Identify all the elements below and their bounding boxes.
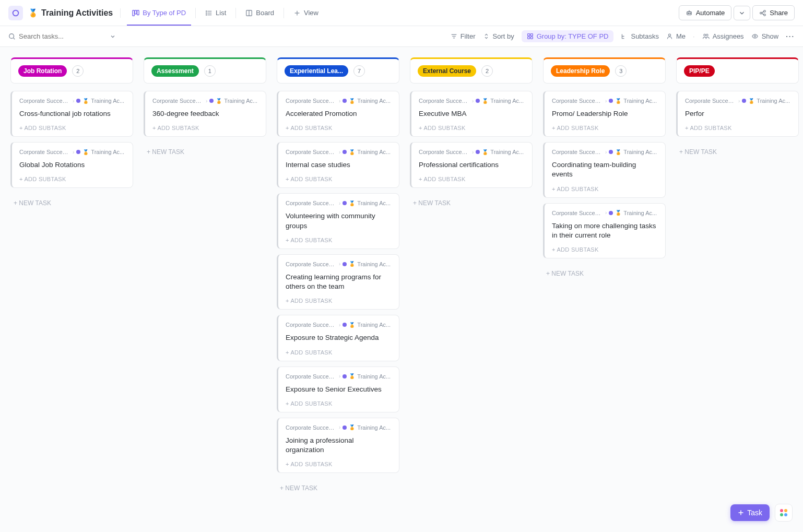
sortby-label: Sort by <box>493 32 514 40</box>
column-header[interactable]: Experiential Lea...7 <box>277 57 399 84</box>
tab-board[interactable]: Board <box>240 6 279 20</box>
list-emoji-icon: 🏅 <box>615 210 621 216</box>
list-color-dot-icon <box>609 150 613 154</box>
board-column-leadership-role: Leadership Role3Corporate Succession ...… <box>543 57 666 279</box>
task-card[interactable]: Corporate Succession ...›🏅Training Ac...… <box>277 315 399 361</box>
search-tasks[interactable] <box>8 32 113 40</box>
column-header[interactable]: Job Rotation2 <box>10 57 133 84</box>
add-subtask-button[interactable]: + ADD SUBTASK <box>419 125 525 131</box>
board-scroll-area[interactable]: Job Rotation2Corporate Succession ...›🏅T… <box>0 47 803 531</box>
page-title: 🏅 Training Activities <box>28 8 121 18</box>
chevron-right-icon: › <box>605 149 607 155</box>
task-card[interactable]: Corporate Succession ...›🏅Training Ac...… <box>543 203 666 258</box>
add-subtask-button[interactable]: + ADD SUBTASK <box>552 125 658 131</box>
svg-line-22 <box>762 13 764 14</box>
column-status-pill: Job Rotation <box>18 65 67 77</box>
column-header[interactable]: Assessment1 <box>144 57 266 84</box>
new-task-button[interactable]: + NEW TASK <box>144 144 266 158</box>
column-header[interactable]: Leadership Role3 <box>543 57 666 84</box>
list-emoji-icon: 🏅 <box>482 149 488 155</box>
list-color-dot-icon <box>742 99 746 103</box>
task-card[interactable]: Corporate Succession ...›🏅Training Ac...… <box>10 142 133 188</box>
subtasks-button[interactable]: Subtasks <box>621 32 658 40</box>
breadcrumb-leaf: Training Ac... <box>757 98 790 104</box>
search-input[interactable] <box>19 32 107 40</box>
task-title: Professional certifications <box>419 160 525 170</box>
chevron-right-icon: › <box>605 210 607 216</box>
groupby-button[interactable]: Group by: TYPE OF PD <box>522 30 614 42</box>
share-button[interactable]: Share <box>752 5 795 20</box>
column-cards: Corporate Succession ...›🏅Training Ac...… <box>277 91 399 473</box>
task-card[interactable]: Corporate Succession ...›🏅Training Ac...… <box>144 91 266 137</box>
add-subtask-button[interactable]: + ADD SUBTASK <box>286 461 392 467</box>
column-header[interactable]: External Course2 <box>410 57 533 84</box>
tab-list[interactable]: List <box>200 6 231 20</box>
task-card[interactable]: Corporate Succession ...›🏅Training Ac...… <box>410 142 533 188</box>
new-task-button[interactable]: + NEW TASK <box>543 266 666 279</box>
add-subtask-button[interactable]: + ADD SUBTASK <box>19 176 125 182</box>
column-cards: Corporate Succession ...›🏅Training Ac...… <box>676 91 799 137</box>
app-logo-icon[interactable] <box>8 6 23 20</box>
task-card[interactable]: Corporate Succession ...›🏅Training Ac...… <box>10 91 133 137</box>
add-subtask-button[interactable]: + ADD SUBTASK <box>286 176 392 182</box>
task-card[interactable]: Corporate Succession ...›🏅Training Ac...… <box>676 91 799 137</box>
task-title: Volunteering with community groups <box>286 211 392 230</box>
task-card[interactable]: Corporate Succession ...›🏅Training Ac...… <box>277 367 399 412</box>
more-options-button[interactable]: ··· <box>786 32 795 40</box>
add-subtask-button[interactable]: + ADD SUBTASK <box>286 125 392 131</box>
chevron-right-icon: › <box>738 98 740 104</box>
tab-separator <box>235 8 236 18</box>
add-subtask-button[interactable]: + ADD SUBTASK <box>286 298 392 304</box>
breadcrumb-leaf: Training Ac... <box>357 261 391 267</box>
breadcrumb: Corporate Succession ...›🏅Training Ac... <box>286 149 392 155</box>
task-card[interactable]: Corporate Succession ...›🏅Training Ac...… <box>277 142 399 188</box>
filter-button[interactable]: Filter <box>451 32 476 40</box>
task-card[interactable]: Corporate Succession ...›🏅Training Ac...… <box>277 91 399 137</box>
new-task-button[interactable]: + NEW TASK <box>277 480 399 494</box>
breadcrumb-root: Corporate Succession ... <box>152 98 204 104</box>
add-subtask-button[interactable]: + ADD SUBTASK <box>552 246 658 253</box>
apps-launcher-button[interactable] <box>775 504 793 522</box>
kanban-board: Job Rotation2Corporate Succession ...›🏅T… <box>10 57 803 494</box>
new-task-button[interactable]: + NEW TASK <box>676 144 799 158</box>
task-card[interactable]: Corporate Succession ...›🏅Training Ac...… <box>277 418 399 473</box>
add-subtask-button[interactable]: + ADD SUBTASK <box>419 176 525 182</box>
task-card[interactable]: Corporate Succession ...›🏅Training Ac...… <box>543 142 666 197</box>
chevron-right-icon: › <box>339 424 340 430</box>
add-subtask-button[interactable]: + ADD SUBTASK <box>19 125 125 131</box>
add-subtask-button[interactable]: + ADD SUBTASK <box>286 237 392 243</box>
column-status-pill: External Course <box>418 65 476 77</box>
task-card[interactable]: Corporate Succession ...›🏅Training Ac...… <box>410 91 533 137</box>
breadcrumb-leaf: Training Ac... <box>224 98 257 104</box>
task-title: Executive MBA <box>419 109 525 119</box>
list-emoji-icon: 🏅 <box>82 98 89 104</box>
tab-by-type-of-pd[interactable]: By Type of PD <box>127 6 191 20</box>
new-task-button[interactable]: + NEW TASK <box>10 195 133 209</box>
column-header[interactable]: PIP/PE <box>676 57 799 84</box>
column-cards: Corporate Succession ...›🏅Training Ac...… <box>10 91 133 188</box>
add-subtask-button[interactable]: + ADD SUBTASK <box>286 349 392 356</box>
automate-button[interactable]: Automate <box>679 5 732 20</box>
new-task-fab[interactable]: Task <box>730 504 770 521</box>
breadcrumb-root: Corporate Succession ... <box>19 98 70 104</box>
add-subtask-button[interactable]: + ADD SUBTASK <box>152 125 258 131</box>
sortby-button[interactable]: Sort by <box>483 32 514 40</box>
tab-add-view[interactable]: View <box>288 6 324 20</box>
add-subtask-button[interactable]: + ADD SUBTASK <box>685 125 791 131</box>
show-button[interactable]: Show <box>751 32 779 40</box>
chevron-down-icon[interactable] <box>110 33 116 40</box>
breadcrumb-leaf: Training Ac... <box>490 149 524 155</box>
plus-icon <box>738 510 744 516</box>
chevron-right-icon: › <box>339 200 340 206</box>
add-subtask-button[interactable]: + ADD SUBTASK <box>552 186 658 192</box>
task-card[interactable]: Corporate Succession ...›🏅Training Ac...… <box>277 254 399 310</box>
task-title: 360-degree feedback <box>152 109 258 119</box>
assignees-button[interactable]: Assignees <box>702 32 744 40</box>
board-column-assessment: Assessment1Corporate Succession ...›🏅Tra… <box>144 57 266 158</box>
automate-dropdown-button[interactable] <box>734 6 750 20</box>
task-card[interactable]: Corporate Succession ...›🏅Training Ac...… <box>543 91 666 137</box>
me-button[interactable]: Me <box>666 32 686 40</box>
task-card[interactable]: Corporate Succession ...›🏅Training Ac...… <box>277 193 399 249</box>
add-subtask-button[interactable]: + ADD SUBTASK <box>286 400 392 407</box>
new-task-button[interactable]: + NEW TASK <box>410 195 533 209</box>
